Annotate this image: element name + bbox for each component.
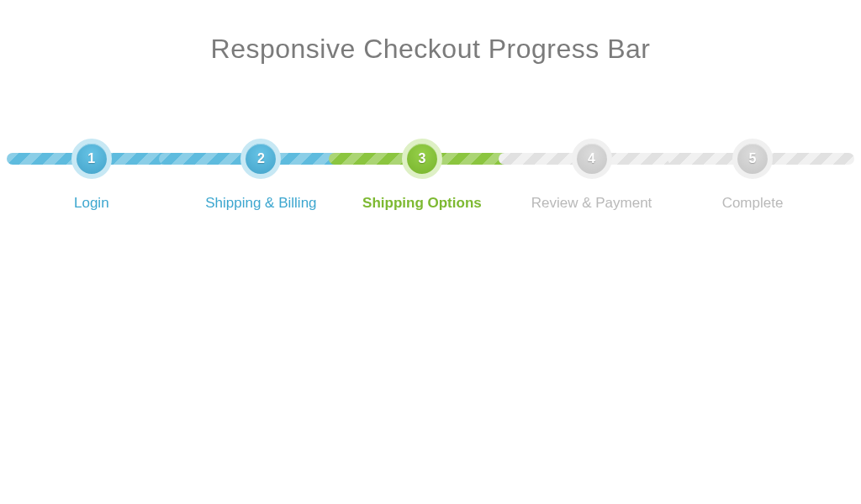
step-node-3[interactable]: 3 — [402, 139, 442, 179]
step-number: 5 — [749, 151, 757, 166]
step-label-4[interactable]: Review & Payment — [508, 195, 676, 212]
progress-labels: Login Shipping & Billing Shipping Option… — [7, 195, 854, 220]
step-node-1[interactable]: 1 — [71, 139, 112, 179]
step-number: 2 — [257, 151, 265, 166]
progress-bar: 1 2 3 4 5 — [7, 153, 854, 165]
step-node-5[interactable]: 5 — [732, 139, 773, 179]
step-number: 4 — [588, 151, 595, 166]
step-node-2[interactable]: 2 — [240, 139, 281, 179]
step-number: 3 — [418, 151, 425, 166]
step-node-4[interactable]: 4 — [572, 139, 612, 179]
step-label-5[interactable]: Complete — [668, 195, 837, 212]
step-label-2[interactable]: Shipping & Billing — [177, 195, 345, 212]
step-label-3[interactable]: Shipping Options — [338, 195, 506, 212]
step-number: 1 — [87, 151, 95, 166]
page-title: Responsive Checkout Progress Bar — [0, 0, 861, 65]
step-label-1[interactable]: Login — [8, 195, 176, 212]
